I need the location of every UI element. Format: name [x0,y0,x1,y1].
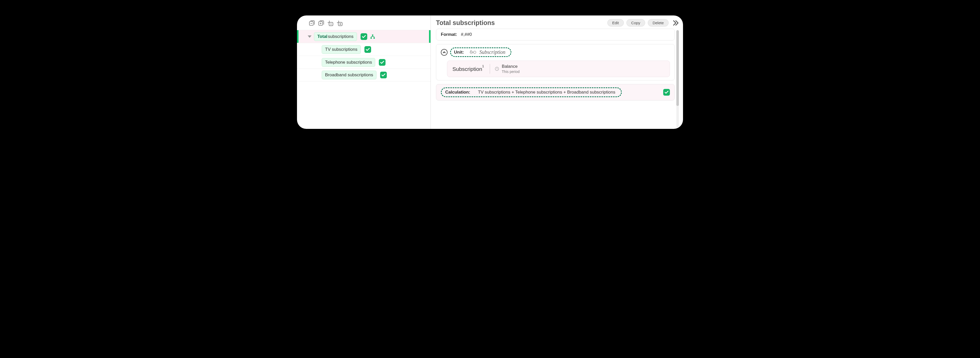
hierarchy-icon [370,34,375,40]
tree-row[interactable]: Telephone subscriptions [297,56,431,69]
collapse-section-icon[interactable] [441,49,447,56]
period-label: This period [502,70,520,74]
check-icon [380,72,387,78]
tree-node-label: Telephone subscriptions [322,58,375,67]
tree: Total subscriptions TV subscriptions Tel [297,30,431,82]
tree-node-label: Total subscriptions [314,32,357,41]
balance-block: Balance This period [502,64,520,74]
unit-value: Subscription [479,49,506,55]
detail-pane: Total subscriptions Edit Copy Delete For… [431,16,683,129]
svg-rect-5 [370,37,372,39]
check-icon [663,89,670,96]
tree-row[interactable]: Broadband subscriptions [297,69,431,82]
edit-button[interactable]: Edit [607,19,624,27]
tree-toolbar [297,19,431,30]
scrollbar-thumb[interactable] [676,30,679,106]
delete-button[interactable]: Delete [648,19,668,27]
check-icon [361,33,367,40]
format-value: #,##0 [461,32,472,37]
collapse-all-icon[interactable] [308,19,315,27]
chevron-down-icon[interactable] [307,34,312,39]
unit-name: Subscription1 [452,66,490,72]
tree-pane: Total subscriptions TV subscriptions Tel [297,16,431,129]
calculation-highlight: Calculation: TV subscriptions + Telephon… [441,87,622,97]
calculation-formula: TV subscriptions + Telephone subscriptio… [478,90,615,95]
unit-detail-card: Subscription1 Balance This period [447,61,670,77]
calculation-card: Calculation: TV subscriptions + Telephon… [436,84,675,101]
unit-label: Unit: [454,50,464,55]
unit-highlight: Unit: Subscription [450,48,511,57]
copy-button[interactable]: Copy [627,19,645,27]
expand-all-icon[interactable] [318,19,325,27]
detail-title: Total subscriptions [436,19,605,27]
expand-panel-icon[interactable] [672,19,679,27]
unit-card: Unit: Subscription Subscription1 [436,44,675,80]
expand-node-icon[interactable] [336,19,343,27]
tree-row[interactable]: TV subscriptions [297,43,431,56]
format-label: Format: [441,32,457,37]
check-icon [379,59,385,66]
clock-icon [495,67,499,71]
svg-rect-4 [372,34,373,35]
check-icon [364,46,371,53]
app-window: Total subscriptions TV subscriptions Tel [297,16,683,129]
balance-label: Balance [502,64,520,69]
calculation-label: Calculation: [445,90,470,95]
collapse-node-icon[interactable] [327,19,334,27]
format-card: Format: #,##0 [436,29,675,40]
tree-node-label: TV subscriptions [322,45,361,54]
scrollbar[interactable] [676,30,679,127]
detail-scroll: Format: #,##0 Unit: Subscription [436,29,679,129]
svg-rect-6 [374,37,375,39]
tree-row-root[interactable]: Total subscriptions [297,30,431,43]
tree-node-label: Broadband subscriptions [322,70,377,79]
link-icon [470,50,476,54]
divider [490,64,490,74]
detail-header: Total subscriptions Edit Copy Delete [436,19,679,27]
